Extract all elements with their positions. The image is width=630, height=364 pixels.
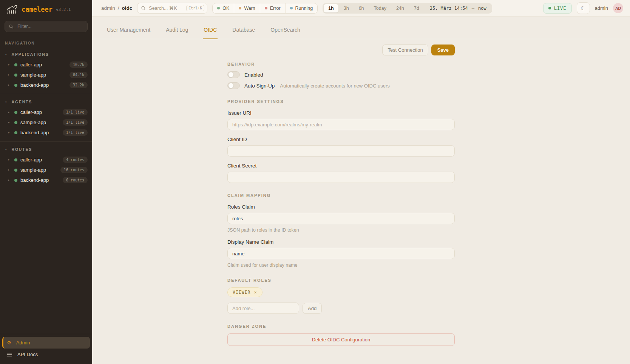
status-filter-label: Error xyxy=(270,6,281,11)
time-range-6h[interactable]: 6h xyxy=(354,4,369,12)
avatar[interactable]: AD xyxy=(613,3,623,13)
running-dot-icon xyxy=(290,7,293,9)
time-start: 25. März 14:54 xyxy=(430,6,468,11)
tab-opensearch[interactable]: OpenSearch xyxy=(270,27,301,39)
logo: cameleer v3.2.1 xyxy=(0,0,92,18)
item-badge: 16 routes xyxy=(60,167,88,173)
time-range-3h[interactable]: 3h xyxy=(339,4,354,12)
sidebar-item-backend-app-routes[interactable]: ▸ backend-app 6 routes xyxy=(0,175,92,185)
sidebar-item-caller-app-agent[interactable]: ▸ caller-app 1/1 live xyxy=(0,107,92,117)
role-chip-viewer: VIEWER × xyxy=(227,287,262,297)
error-dot-icon xyxy=(265,7,267,9)
search-input[interactable] xyxy=(148,5,184,11)
test-connection-button[interactable]: Test Connection xyxy=(382,45,428,55)
sidebar-item-sample-app-routes[interactable]: ▸ sample-app 16 routes xyxy=(0,165,92,175)
sidebar-filter[interactable] xyxy=(5,21,88,32)
time-range-display: 25. März 14:54 — now xyxy=(425,6,491,11)
chevron-right-icon: ▸ xyxy=(8,73,11,77)
time-range-24h[interactable]: 24h xyxy=(392,4,409,12)
settings-tabs: User Management Audit Log OIDC Database … xyxy=(92,17,630,39)
global-search[interactable]: Ctrl+K xyxy=(137,3,207,14)
item-label: backend-app xyxy=(20,177,60,183)
sidebar-item-admin[interactable]: ⚙ Admin xyxy=(2,337,90,349)
gear-icon: ⚙ xyxy=(7,340,11,345)
item-badge: 1/1 live xyxy=(63,109,88,115)
tab-audit-log[interactable]: Audit Log xyxy=(165,27,189,39)
group-header-agents[interactable]: ▾ AGENTS xyxy=(0,97,92,107)
menu-icon xyxy=(7,354,12,355)
save-button[interactable]: Save xyxy=(431,45,455,55)
roles-claim-input[interactable] xyxy=(227,213,455,224)
sidebar-item-sample-app[interactable]: ▸ sample-app 84.1k xyxy=(0,70,92,80)
item-label: sample-app xyxy=(20,167,57,173)
sidebar-item-backend-app[interactable]: ▸ backend-app 32.2k xyxy=(0,80,92,90)
group-header-applications[interactable]: ▾ APPLICATIONS xyxy=(0,50,92,60)
status-filter-label: Warn xyxy=(244,6,255,11)
breadcrumb-parent[interactable]: admin xyxy=(101,5,115,11)
claim-mapping-section-heading: CLAIM MAPPING xyxy=(227,193,455,198)
time-range-7d[interactable]: 7d xyxy=(409,4,424,12)
item-label: backend-app xyxy=(20,82,66,88)
status-filter-running[interactable]: Running xyxy=(285,3,318,13)
status-filter-ok[interactable]: OK xyxy=(213,3,234,13)
roles-claim-help: JSON path to roles in the ID token xyxy=(227,227,455,233)
group-header-routes[interactable]: ▾ ROUTES xyxy=(0,145,92,155)
chevron-right-icon: ▸ xyxy=(8,121,11,124)
time-range-1h[interactable]: 1h xyxy=(324,4,338,12)
tab-database[interactable]: Database xyxy=(232,27,256,39)
status-dot xyxy=(14,158,17,161)
sidebar-item-caller-app[interactable]: ▸ caller-app 10.7k xyxy=(0,60,92,70)
auto-signup-help: Automatically create accounts for new OI… xyxy=(280,83,389,89)
item-label: caller-app xyxy=(20,62,66,68)
item-badge: 10.7k xyxy=(69,61,88,68)
theme-toggle-button[interactable]: ☾ xyxy=(577,2,590,14)
item-badge: 4 routes xyxy=(63,157,88,163)
item-label: caller-app xyxy=(20,109,60,115)
sidebar-item-sample-app-agent[interactable]: ▸ sample-app 1/1 live xyxy=(0,117,92,127)
add-role-input[interactable] xyxy=(227,303,299,314)
time-end: now xyxy=(478,6,486,11)
delete-oidc-configuration-button[interactable]: Delete OIDC Configuration xyxy=(227,333,455,346)
status-dot xyxy=(14,179,17,182)
item-badge: 32.2k xyxy=(69,82,88,88)
status-dot xyxy=(14,111,17,114)
client-secret-input[interactable] xyxy=(227,172,455,183)
issuer-uri-input[interactable] xyxy=(227,119,455,130)
item-label: caller-app xyxy=(20,157,60,163)
tab-user-management[interactable]: User Management xyxy=(106,27,151,39)
filter-input[interactable] xyxy=(17,23,83,29)
tab-oidc[interactable]: OIDC xyxy=(203,27,218,39)
sidebar-item-label: API Docs xyxy=(17,352,38,357)
chevron-right-icon: ▸ xyxy=(8,158,11,161)
status-filter-warn[interactable]: Warn xyxy=(234,3,259,13)
group-label: AGENTS xyxy=(12,100,32,104)
sidebar-item-backend-app-agent[interactable]: ▸ backend-app 1/1 live xyxy=(0,127,92,138)
sidebar-item-api-docs[interactable]: API Docs xyxy=(2,349,90,360)
display-name-claim-input[interactable] xyxy=(227,248,455,259)
live-badge[interactable]: LIVE xyxy=(543,3,572,14)
main-area: admin / oidc Ctrl+K OK Warn Error xyxy=(92,0,630,364)
enabled-toggle[interactable] xyxy=(227,71,240,78)
status-dot xyxy=(14,169,17,172)
sidebar-item-label: Admin xyxy=(16,340,30,346)
display-name-claim-label: Display Name Claim xyxy=(227,239,455,245)
user-name: admin xyxy=(595,5,608,11)
sidebar-item-caller-app-routes[interactable]: ▸ caller-app 4 routes xyxy=(0,155,92,165)
sidebar: cameleer v3.2.1 NAVIGATION ▾ APPLICATION… xyxy=(0,0,92,364)
client-id-input[interactable] xyxy=(227,145,455,157)
add-role-row: Add xyxy=(227,303,455,314)
item-badge: 6 routes xyxy=(63,177,88,183)
add-role-button[interactable]: Add xyxy=(303,303,322,314)
app-version: v3.2.1 xyxy=(56,7,71,12)
chevron-down-icon: ▾ xyxy=(5,148,7,151)
auto-signup-toggle[interactable] xyxy=(227,82,240,89)
status-filter-label: Running xyxy=(295,6,313,11)
live-dot-icon xyxy=(548,7,551,9)
form-actions: Test Connection Save xyxy=(227,45,455,55)
close-icon[interactable]: × xyxy=(254,290,257,295)
behavior-section-heading: BEHAVIOR xyxy=(227,62,455,66)
sidebar-footer: ⚙ Admin API Docs xyxy=(0,334,92,364)
time-range-today[interactable]: Today xyxy=(369,4,391,12)
auto-signup-toggle-row: Auto Sign-Up Automatically create accoun… xyxy=(227,82,455,89)
status-filter-error[interactable]: Error xyxy=(260,3,285,13)
